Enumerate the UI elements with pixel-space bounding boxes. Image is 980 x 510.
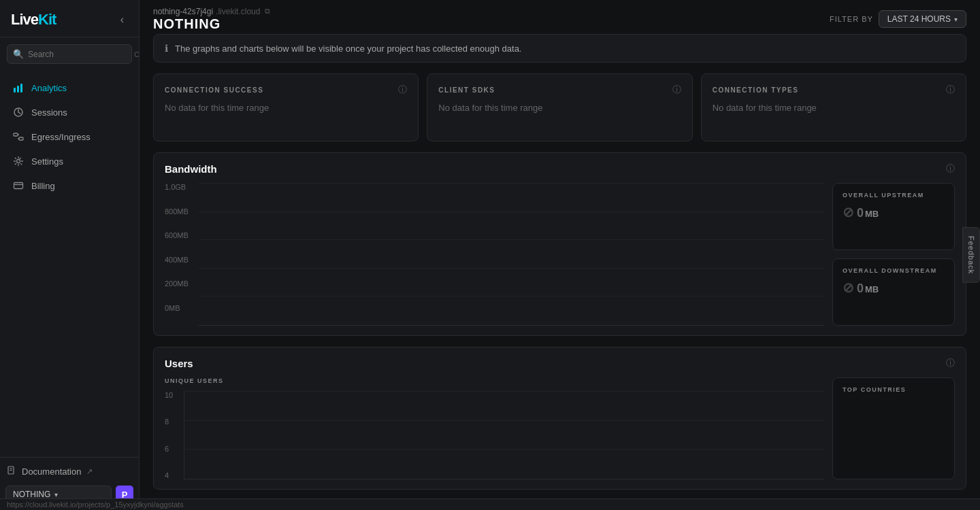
connection-success-info-icon[interactable]: ⓘ — [398, 84, 407, 96]
y-label-2: 600MB — [165, 231, 195, 239]
upstream-slash-icon: ⊘ — [843, 204, 854, 220]
bandwidth-chart-plot — [199, 183, 824, 326]
cards-row: CONNECTION SUCCESS ⓘ No data for this ti… — [153, 73, 966, 141]
connection-success-title: CONNECTION SUCCESS — [165, 86, 263, 94]
users-inner: UNIQUE USERS 10 8 6 4 — [165, 377, 955, 479]
bandwidth-section: Bandwidth ⓘ 1.0GB 800MB 600MB 400MB 200M… — [153, 152, 966, 336]
downstream-value: 0 — [857, 282, 864, 296]
y-label-1: 800MB — [165, 207, 195, 216]
connection-success-no-data: No data for this time range — [165, 103, 407, 113]
top-countries-title: TOP COUNTRIES — [843, 386, 945, 393]
filter-button[interactable]: LAST 24 HOURS ▾ — [879, 10, 966, 28]
info-banner: ℹ The graphs and charts below will be vi… — [153, 34, 966, 63]
svg-rect-9 — [14, 183, 23, 189]
svg-rect-0 — [14, 88, 16, 92]
users-y-label-3: 4 — [165, 471, 184, 479]
sidebar-logo: LiveKit ‹ — [0, 0, 139, 37]
bandwidth-header: Bandwidth ⓘ — [165, 163, 955, 175]
card-header-connection-types: CONNECTION TYPES ⓘ — [713, 84, 955, 96]
y-label-0: 1.0GB — [165, 183, 195, 191]
project-id: nothing-42s7j4gi — [153, 7, 213, 16]
users-chart-plot — [184, 391, 824, 479]
users-title: Users — [165, 358, 193, 369]
sidebar-item-label-analytics: Analytics — [31, 83, 67, 93]
documentation-link[interactable]: Documentation ↗ — [7, 466, 132, 477]
page-title: NOTHING — [153, 16, 270, 32]
app-logo: LiveKit — [11, 11, 56, 29]
users-y-label-0: 10 — [165, 391, 184, 399]
card-header-client-sdks: CLIENT SDKS ⓘ — [438, 84, 681, 96]
svg-rect-1 — [17, 86, 19, 92]
client-sdks-no-data: No data for this time range — [438, 103, 681, 113]
project-name: NOTHING — [13, 490, 50, 499]
sidebar-item-label-billing: Billing — [31, 181, 55, 191]
chart-base — [199, 324, 824, 325]
bandwidth-chart-area: 1.0GB 800MB 600MB 400MB 200MB 0MB — [165, 183, 824, 326]
client-sdks-info-icon[interactable]: ⓘ — [672, 84, 681, 96]
top-countries-card: TOP COUNTRIES — [832, 377, 955, 479]
sidebar-collapse-button[interactable]: ‹ — [116, 12, 128, 27]
bandwidth-inner: 1.0GB 800MB 600MB 400MB 200MB 0MB — [165, 183, 955, 326]
sidebar-item-label-sessions: Sessions — [31, 107, 67, 118]
project-domain: .livekit.cloud — [216, 7, 260, 16]
overall-upstream-value: ⊘ 0 MB — [843, 204, 945, 220]
connection-types-card: CONNECTION TYPES ⓘ No data for this time… — [701, 73, 966, 141]
feedback-tab[interactable]: Feedback — [962, 227, 980, 283]
filter-value: LAST 24 HOURS — [887, 14, 951, 24]
content-area: ℹ The graphs and charts below will be vi… — [140, 34, 980, 510]
sidebar-bottom: Documentation ↗ — [0, 457, 139, 486]
upstream-unit: MB — [865, 209, 879, 219]
svg-rect-4 — [14, 133, 18, 136]
users-y-label-2: 6 — [165, 445, 184, 453]
svg-rect-2 — [20, 84, 22, 92]
users-header: Users ⓘ — [165, 357, 955, 369]
info-icon: ℹ — [165, 43, 168, 54]
topbar: nothing-42s7j4gi .livekit.cloud ⧉ NOTHIN… — [140, 0, 980, 34]
filter-label: FILTER BY — [830, 15, 873, 23]
overall-upstream-card: OVERALL UPSTREAM ⊘ 0 MB — [832, 183, 955, 250]
grid-line-4 — [199, 296, 824, 296]
users-grid-line-1 — [184, 420, 824, 421]
sidebar-item-settings[interactable]: Settings — [5, 150, 133, 173]
sidebar-item-analytics[interactable]: Analytics — [5, 76, 133, 99]
statusbar: https://cloud.livekit.io/projects/p_15yx… — [0, 498, 980, 510]
connection-types-no-data: No data for this time range — [713, 103, 955, 113]
settings-icon — [12, 155, 24, 167]
book-icon — [7, 466, 16, 477]
overall-downstream-value: ⊘ 0 MB — [843, 279, 945, 296]
copy-icon[interactable]: ⧉ — [265, 7, 270, 16]
sidebar-item-label-egress: Egress/Ingress — [31, 132, 91, 142]
sidebar-item-egress[interactable]: Egress/Ingress — [5, 125, 133, 148]
svg-point-8 — [17, 160, 20, 163]
search-bar[interactable]: 🔍 Ctrl+K — [7, 44, 132, 64]
bandwidth-info-icon[interactable]: ⓘ — [946, 163, 955, 175]
sidebar-nav: Analytics Sessions Egress/Ingress — [0, 71, 139, 457]
filter-chevron-icon: ▾ — [954, 16, 958, 23]
connection-types-info-icon[interactable]: ⓘ — [946, 84, 955, 96]
info-banner-text: The graphs and charts below will be visi… — [175, 44, 521, 54]
users-chart-area: UNIQUE USERS 10 8 6 4 — [165, 377, 824, 479]
sidebar-item-label-settings: Settings — [31, 156, 63, 167]
users-y-axis: 10 8 6 4 — [165, 391, 824, 479]
sessions-icon — [12, 106, 24, 118]
analytics-icon — [12, 82, 24, 94]
downstream-unit: MB — [865, 284, 879, 294]
users-chart-base — [184, 478, 824, 479]
documentation-label: Documentation — [22, 466, 81, 477]
breadcrumb-project: nothing-42s7j4gi .livekit.cloud ⧉ — [153, 7, 270, 16]
overall-downstream-title: OVERALL DOWNSTREAM — [843, 267, 945, 274]
users-info-icon[interactable]: ⓘ — [946, 357, 955, 369]
grid-line-2 — [199, 239, 824, 240]
main-content: nothing-42s7j4gi .livekit.cloud ⧉ NOTHIN… — [140, 0, 980, 510]
y-label-3: 400MB — [165, 256, 195, 264]
billing-icon — [12, 180, 24, 192]
sidebar-item-billing[interactable]: Billing — [5, 174, 133, 197]
breadcrumb: nothing-42s7j4gi .livekit.cloud ⧉ NOTHIN… — [153, 7, 270, 32]
egress-icon — [12, 131, 24, 143]
y-label-4: 200MB — [165, 279, 195, 288]
downstream-slash-icon: ⊘ — [843, 279, 854, 296]
sidebar-item-sessions[interactable]: Sessions — [5, 101, 133, 124]
bandwidth-title: Bandwidth — [165, 163, 217, 175]
search-input[interactable] — [28, 50, 130, 59]
external-link-icon: ↗ — [86, 467, 93, 476]
